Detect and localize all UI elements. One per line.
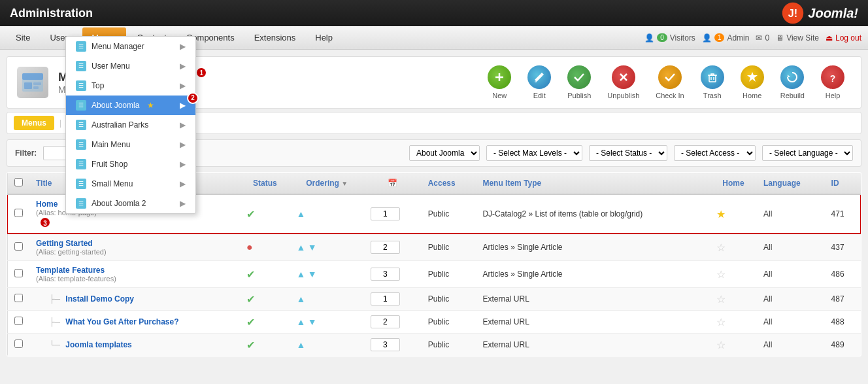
- status-unpublished-icon[interactable]: ●: [246, 241, 253, 253]
- sub-nav-menus[interactable]: Menus: [14, 116, 54, 130]
- help-icon: ?: [821, 65, 844, 89]
- dropdown-about-joomla-2[interactable]: ☰ About Joomla 2 ▶: [66, 194, 195, 213]
- help-label: Help: [826, 92, 841, 99]
- row-checkbox[interactable]: [14, 317, 23, 325]
- home-star-empty-icon[interactable]: ☆: [716, 242, 726, 253]
- order-up-arrow[interactable]: ▲: [297, 317, 306, 327]
- row-id-cell: 489: [825, 334, 861, 357]
- order-down-arrow[interactable]: ▼: [308, 269, 317, 279]
- row-order-num-cell: [364, 311, 422, 334]
- home-star-icon[interactable]: ★: [716, 209, 726, 220]
- order-up-arrow[interactable]: ▲: [297, 269, 306, 279]
- filter-label: Filter:: [15, 148, 37, 158]
- rebuild-button[interactable]: Rebuild: [774, 62, 811, 103]
- order-input[interactable]: [371, 338, 400, 351]
- home-star-empty-icon[interactable]: ☆: [716, 269, 726, 280]
- rebuild-icon: [780, 65, 804, 89]
- row-title-link[interactable]: What You Get After Purchase?: [65, 317, 178, 326]
- top-label: Top: [92, 81, 104, 90]
- status-published-icon[interactable]: ✔: [246, 317, 255, 328]
- dropdown-australian-parks[interactable]: ☰ Australian Parks ▶: [66, 115, 195, 135]
- order-input[interactable]: [371, 207, 400, 220]
- home-button[interactable]: Home: [734, 62, 771, 103]
- row-title-link[interactable]: Template Features: [36, 266, 105, 275]
- trash-button[interactable]: Trash: [694, 62, 731, 103]
- row-checkbox[interactable]: [14, 294, 23, 302]
- joomla-logo: J! Joomla!: [781, 1, 858, 25]
- order-up-arrow[interactable]: ▲: [297, 294, 306, 304]
- dropdown-main-menu[interactable]: ☰ Main Menu ▶: [66, 135, 195, 154]
- col-id[interactable]: ID: [825, 173, 861, 195]
- home-star-empty-icon[interactable]: ☆: [716, 340, 726, 351]
- nav-item-site[interactable]: Site: [7, 27, 39, 48]
- nav-item-help[interactable]: Help: [306, 27, 342, 48]
- dropdown-user-menu[interactable]: ☰ User Menu ▶: [66, 56, 195, 76]
- status-published-icon[interactable]: ✔: [246, 209, 255, 220]
- row-home-cell: ★: [710, 194, 757, 234]
- help-button[interactable]: ? Help: [814, 62, 851, 103]
- row-checkbox[interactable]: [14, 340, 23, 348]
- row-title-link[interactable]: Getting Started: [36, 239, 93, 248]
- col-access[interactable]: Access: [422, 173, 476, 195]
- status-published-icon[interactable]: ✔: [246, 294, 255, 305]
- status-published-icon[interactable]: ✔: [246, 269, 255, 280]
- svg-text:J!: J!: [788, 7, 797, 19]
- unpublish-button[interactable]: Unpublish: [601, 62, 646, 103]
- checkin-button[interactable]: Check In: [649, 62, 690, 103]
- home-star-empty-icon[interactable]: ☆: [716, 317, 726, 328]
- dropdown-top[interactable]: ☰ Top ▶: [66, 76, 195, 96]
- order-down-arrow[interactable]: ▼: [308, 317, 317, 327]
- order-input[interactable]: [371, 292, 400, 305]
- max-levels-select[interactable]: - Select Max Levels -: [486, 145, 582, 161]
- publish-button[interactable]: Publish: [561, 62, 597, 103]
- order-input[interactable]: [371, 315, 400, 328]
- dropdown-about-joomla[interactable]: ☰ About Joomla ★ ▶ 2: [66, 96, 195, 115]
- row-access-cell: Public: [422, 311, 476, 334]
- access-select[interactable]: - Select Access -: [674, 145, 756, 161]
- order-up-arrow[interactable]: ▲: [297, 209, 306, 219]
- menu-manager-icon: ☰: [76, 41, 86, 52]
- dropdown-menu-manager[interactable]: ☰ Menu Manager ▶: [66, 37, 195, 56]
- select-all-checkbox[interactable]: [14, 178, 23, 186]
- dropdown-fruit-shop[interactable]: ☰ Fruit Shop ▶: [66, 154, 195, 174]
- order-up-arrow[interactable]: ▲: [297, 242, 306, 253]
- order-input[interactable]: [371, 241, 400, 254]
- status-select[interactable]: - Select Status -: [589, 145, 667, 161]
- order-up-arrow[interactable]: ▲: [297, 340, 306, 350]
- view-site-item[interactable]: 🖥 View Site: [776, 33, 819, 43]
- order-down-arrow[interactable]: ▼: [308, 242, 317, 253]
- row-checkbox-cell: [7, 288, 29, 311]
- row-checkbox[interactable]: [14, 269, 23, 277]
- row-checkbox[interactable]: [14, 242, 23, 251]
- row-status-cell: ●: [240, 234, 290, 261]
- language-select[interactable]: - Select Language -: [762, 145, 853, 161]
- row-status-cell: ✔: [240, 194, 290, 234]
- col-language[interactable]: Language: [757, 173, 825, 195]
- row-id-cell: 486: [825, 261, 861, 288]
- row-id-cell: 437: [825, 234, 861, 261]
- status-published-icon[interactable]: ✔: [246, 340, 255, 351]
- edit-button[interactable]: Edit: [521, 62, 558, 103]
- new-button[interactable]: New: [481, 62, 518, 103]
- col-menu-type[interactable]: Menu Item Type: [476, 173, 710, 195]
- menu-select[interactable]: About Joomla: [409, 145, 480, 161]
- row-title-link[interactable]: Home: [36, 200, 58, 209]
- row-title-link[interactable]: Install Demo Copy: [65, 294, 134, 304]
- row-home-cell: ☆: [710, 261, 757, 288]
- row-title-link[interactable]: Joomla templates: [65, 340, 131, 349]
- home-icon: [741, 65, 764, 89]
- row-menu-type-cell: DJ-Catalog2 » List of items (table or bl…: [476, 194, 710, 234]
- about-joomla-star: ★: [147, 101, 154, 110]
- nav-item-extensions[interactable]: Extensions: [245, 27, 305, 48]
- col-status[interactable]: Status: [240, 173, 290, 195]
- logout-item[interactable]: ⏏ Log out: [826, 33, 861, 43]
- dropdown-small-menu[interactable]: ☰ Small Menu ▶: [66, 174, 195, 194]
- svg-rect-5: [33, 82, 41, 85]
- table-row: Getting Started (Alias: getting-started)…: [7, 234, 861, 261]
- order-input[interactable]: [371, 268, 400, 281]
- trash-label: Trash: [703, 92, 722, 99]
- row-checkbox[interactable]: [14, 209, 23, 217]
- home-star-empty-icon[interactable]: ☆: [716, 294, 726, 305]
- col-ordering[interactable]: Ordering ▼: [290, 173, 364, 195]
- col-home[interactable]: Home: [710, 173, 757, 195]
